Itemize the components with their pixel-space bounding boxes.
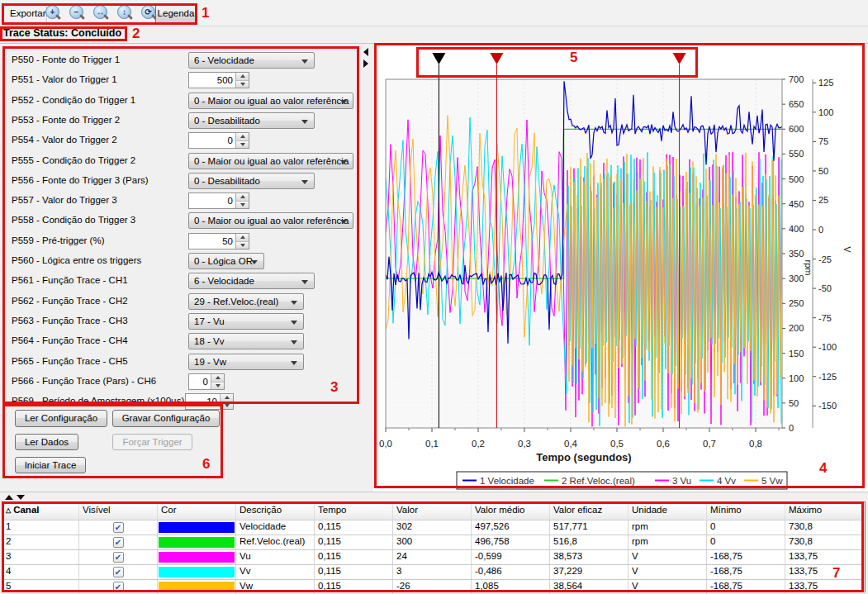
chevron-down-icon	[291, 361, 297, 365]
param-P564-dropdown[interactable]: 18 - Vv	[188, 333, 304, 349]
rpm-tick-label: 450	[789, 199, 804, 209]
rpm-tick-label: 300	[789, 273, 804, 283]
write-config-button[interactable]: Gravar Configuração	[112, 410, 220, 427]
trace-status: Trace Status: Concluído	[3, 27, 121, 39]
column-header-visivel[interactable]: Visível	[79, 502, 158, 520]
param-label-P561: P561 - Função Trace - CH1	[12, 275, 128, 285]
trace-chart: 0,00,10,20,30,40,50,60,70,8Tempo (segund…	[373, 43, 868, 492]
column-header-unidade[interactable]: Unidade	[628, 502, 707, 520]
start-trace-button[interactable]: Iniciar Trace	[15, 457, 86, 473]
cell-valor: 302	[393, 520, 472, 535]
column-header-canal[interactable]: △Canal	[2, 502, 79, 520]
cell-minimo: 0	[707, 520, 785, 535]
cell-valor: -26	[393, 580, 472, 594]
param-row-P565: P565 - Função Trace - CH519 - Vw	[12, 353, 357, 373]
param-P560-dropdown[interactable]: 0 - Lógica OR	[188, 253, 264, 269]
cell-descricao: Ref.Veloc.(real)	[236, 535, 315, 549]
param-label-P566: P566 - Função Trace (Pars) - CH6	[12, 376, 156, 386]
spin-down-icon[interactable]	[211, 383, 224, 390]
zoom-vertical-button[interactable]: ↕	[115, 4, 136, 22]
column-header-cor[interactable]: Cor	[158, 502, 236, 520]
param-P569-spinner[interactable]: 10	[185, 393, 234, 410]
visible-checkbox[interactable]: ✔	[113, 582, 124, 592]
trigger-marker-icon	[490, 53, 503, 64]
param-P563-dropdown[interactable]: 17 - Vu	[188, 313, 304, 330]
param-row-P555: P555 - Condição do Trigger 20 - Maior ou…	[12, 152, 357, 172]
column-header-valor_medio[interactable]: Valor médio	[472, 502, 550, 520]
cell-valor: 300	[393, 535, 472, 549]
channel-color-swatch	[159, 522, 235, 533]
param-P565-dropdown[interactable]: 19 - Vw	[188, 354, 304, 370]
spin-up-icon[interactable]	[236, 193, 249, 202]
cell-visible: ✔	[79, 550, 158, 564]
chevron-down-icon	[340, 220, 347, 224]
spin-up-icon[interactable]	[236, 133, 249, 141]
param-P556-dropdown[interactable]: 0 - Desabilitado	[188, 173, 315, 189]
zoom-in-button[interactable]: +	[43, 4, 64, 22]
chevron-down-icon	[301, 120, 308, 124]
table-row-channel-5[interactable]: 5✔Vw0,115-261,08538,564V-168,75133,75	[2, 580, 865, 594]
column-header-descricao[interactable]: Descrição	[236, 502, 315, 520]
spin-down-icon[interactable]	[236, 242, 249, 249]
cell-valor: 3	[393, 565, 472, 579]
expand-up-icon[interactable]	[5, 495, 13, 500]
legend-toggle-button[interactable]: Legenda	[155, 3, 197, 25]
param-P552-dropdown[interactable]: 0 - Maior ou igual ao valor referência	[188, 93, 353, 109]
column-header-minimo[interactable]: Mínimo	[707, 502, 785, 520]
param-P555-dropdown[interactable]: 0 - Maior ou igual ao valor referência	[188, 153, 353, 169]
dropdown-value: 29 - Ref.Veloc.(real)	[189, 294, 303, 307]
channel-table: △CanalVisívelCorDescriçãoTempoValorValor…	[2, 501, 866, 592]
cell-canal: 4	[2, 565, 79, 579]
cell-maximo: 730,8	[785, 520, 865, 535]
table-row-channel-4[interactable]: 4✔Vv0,1153-0,48637,229V-168,75133,75	[2, 565, 865, 580]
spin-down-icon[interactable]	[221, 402, 233, 410]
rpm-tick-label: 150	[789, 349, 804, 359]
column-header-tempo[interactable]: Tempo	[315, 502, 393, 520]
table-row-channel-1[interactable]: 1✔Velocidade0,115302497,526517,771rpm073…	[2, 520, 865, 535]
zoom-horizontal-button[interactable]: ↔	[91, 4, 112, 22]
param-P561-dropdown[interactable]: 6 - Velocidade	[188, 273, 315, 289]
spin-up-icon[interactable]	[211, 374, 224, 383]
spin-up-icon[interactable]	[236, 234, 249, 242]
param-P550-dropdown[interactable]: 6 - Velocidade	[188, 52, 315, 69]
param-P553-dropdown[interactable]: 0 - Desabilitado	[188, 112, 315, 129]
param-P551-spinner[interactable]: 500	[188, 72, 249, 88]
visible-checkbox[interactable]: ✔	[113, 567, 124, 577]
volt-tick-label: -125	[818, 372, 837, 382]
zoom-out-button[interactable]: −	[67, 4, 88, 22]
cursor-marker-icon	[432, 53, 445, 64]
param-P554-spinner[interactable]: 0	[188, 132, 249, 149]
expand-down-icon[interactable]	[17, 495, 25, 500]
param-label-P560: P560 - Lógica entre os triggers	[12, 255, 141, 265]
spin-down-icon[interactable]	[236, 202, 249, 209]
visible-checkbox[interactable]: ✔	[113, 522, 124, 533]
param-label-P565: P565 - Função Trace - CH5	[12, 356, 128, 366]
table-row-channel-3[interactable]: 3✔Vu0,11524-0,59938,573V-168,75133,75	[2, 550, 865, 565]
collapse-left-icon[interactable]	[363, 48, 368, 56]
spin-up-icon[interactable]	[236, 73, 249, 81]
column-header-valor[interactable]: Valor	[393, 502, 472, 520]
spin-down-icon[interactable]	[236, 141, 249, 149]
spin-up-icon[interactable]	[221, 394, 233, 402]
chevron-down-icon	[251, 260, 258, 264]
visible-checkbox[interactable]: ✔	[113, 552, 124, 563]
read-config-button[interactable]: Ler Configuração	[15, 410, 107, 427]
param-P566-spinner[interactable]: 0	[188, 373, 225, 390]
collapse-right-icon[interactable]	[363, 59, 368, 68]
param-P557-spinner[interactable]: 0	[188, 192, 249, 209]
table-row-channel-2[interactable]: 2✔Ref.Veloc.(real)0,115300496,758516,8rp…	[2, 535, 865, 550]
param-P558-dropdown[interactable]: 0 - Maior ou igual ao valor referência	[188, 212, 353, 229]
param-row-P566: P566 - Função Trace (Pars) - CH60	[12, 373, 357, 392]
visible-checkbox[interactable]: ✔	[113, 537, 124, 548]
column-header-valor_eficaz[interactable]: Valor eficaz	[550, 502, 628, 520]
volt-tick-label: 75	[818, 136, 828, 146]
column-header-maximo[interactable]: Máximo	[785, 502, 865, 520]
spinner-value: 50	[189, 234, 235, 249]
panel-splitter[interactable]	[360, 43, 373, 492]
force-trigger-button[interactable]: Forçar Trigger	[112, 434, 192, 450]
read-data-button[interactable]: Ler Dados	[15, 434, 78, 450]
param-P559-spinner[interactable]: 50	[188, 233, 249, 249]
spin-down-icon[interactable]	[236, 81, 249, 88]
param-P562-dropdown[interactable]: 29 - Ref.Veloc.(real)	[188, 293, 304, 310]
cell-maximo: 730,8	[785, 535, 865, 549]
